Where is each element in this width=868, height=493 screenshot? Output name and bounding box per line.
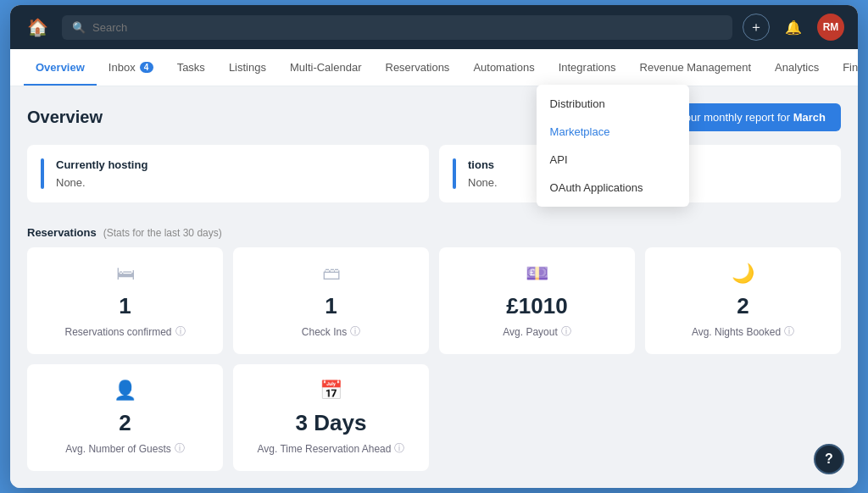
bed-icon: 🛏	[116, 263, 135, 285]
currently-hosting-value: None.	[56, 176, 415, 189]
page-title: Overview	[27, 108, 103, 127]
currently-hosting-section: Currently hosting None.	[56, 158, 415, 189]
info-icon-checkins[interactable]: ⓘ	[350, 324, 360, 339]
stat-card-reservations: 🛏 1 Reservations confirmed ⓘ	[27, 247, 223, 354]
hosting-row: Currently hosting None. tions None.	[27, 145, 841, 214]
stats-grid-2: 👤 2 Avg. Number of Guests ⓘ 📅 3 Days Avg…	[27, 364, 841, 471]
stat-card-guests: 👤 2 Avg. Number of Guests ⓘ	[27, 364, 223, 471]
info-icon-payout[interactable]: ⓘ	[561, 324, 571, 339]
info-icon-guests[interactable]: ⓘ	[175, 441, 185, 456]
stat-label-guests: Avg. Number of Guests ⓘ	[65, 441, 185, 456]
add-button[interactable]: ＋	[743, 14, 770, 41]
stat-card-checkins: 🗃 1 Check Ins ⓘ	[233, 247, 429, 354]
inbox-badge: 4	[140, 62, 153, 73]
stat-card-payout: 💷 £1010 Avg. Payout ⓘ	[439, 247, 635, 354]
card-accent-border-2	[453, 158, 456, 189]
stat-value-guests: 2	[119, 410, 131, 436]
reservations-section-title: Reservations	[27, 226, 97, 239]
stat-value-payout: £1010	[506, 293, 567, 319]
top-bar: 🏠 🔍 ＋ 🔔 RM	[10, 5, 858, 49]
stat-label-checkins: Check Ins ⓘ	[302, 324, 360, 339]
nav-item-tasks[interactable]: Tasks	[165, 49, 217, 86]
dropdown-item-api[interactable]: API	[537, 146, 689, 174]
stat-card-time-ahead: 📅 3 Days Avg. Time Reservation Ahead ⓘ	[233, 364, 429, 471]
nav-item-inbox[interactable]: Inbox 4	[97, 49, 165, 86]
page-header: Overview Get your monthly report for Mar…	[27, 103, 841, 131]
help-button[interactable]: ?	[814, 444, 844, 474]
checkin-icon: 🗃	[322, 263, 341, 285]
payout-icon: 💷	[526, 263, 548, 285]
search-bar[interactable]: 🔍	[62, 15, 732, 40]
top-bar-actions: ＋ 🔔 RM	[743, 14, 844, 41]
nav-item-reservations[interactable]: Reservations	[374, 49, 462, 86]
nav-item-automations[interactable]: Automations	[461, 49, 546, 86]
report-button-highlight: March	[793, 111, 826, 124]
currently-hosting-card: Currently hosting None.	[27, 145, 429, 202]
nav-item-multicalendar[interactable]: Multi-Calendar	[278, 49, 374, 86]
nav-item-analytics[interactable]: Analytics	[763, 49, 831, 86]
integrations-dropdown: Distribution Marketplace API OAuth Appli…	[537, 85, 689, 207]
nav-item-revenue[interactable]: Revenue Management	[628, 49, 764, 86]
avatar[interactable]: RM	[817, 14, 844, 41]
dropdown-item-distribution[interactable]: Distribution	[537, 90, 689, 118]
browser-window: 🏠 🔍 ＋ 🔔 RM Overview Inbox 4 Tasks Listin…	[10, 5, 858, 488]
nav-bar-inner: Overview Inbox 4 Tasks Listings Multi-Ca…	[24, 49, 858, 86]
reservations-section-header: Reservations (Stats for the last 30 days…	[27, 226, 841, 239]
nav-item-financials[interactable]: Financials	[831, 49, 858, 86]
nav-bar: Overview Inbox 4 Tasks Listings Multi-Ca…	[10, 49, 858, 86]
info-icon-reservations[interactable]: ⓘ	[175, 324, 186, 339]
stat-value-time-ahead: 3 Days	[296, 410, 367, 436]
stat-card-nights: 🌙 2 Avg. Nights Booked ⓘ	[645, 247, 841, 354]
currently-hosting-title: Currently hosting	[56, 158, 415, 171]
card-accent-border	[41, 158, 44, 189]
stat-label-time-ahead: Avg. Time Reservation Ahead ⓘ	[258, 441, 405, 456]
search-icon: 🔍	[72, 21, 86, 34]
nav-item-overview[interactable]: Overview	[24, 49, 97, 86]
nav-item-integrations[interactable]: Integrations	[547, 49, 628, 86]
stat-value-checkins: 1	[325, 293, 337, 319]
search-input[interactable]	[92, 21, 722, 34]
stat-value-nights: 2	[737, 293, 748, 319]
stat-label-reservations: Reservations confirmed ⓘ	[64, 324, 185, 339]
dropdown-item-oauth[interactable]: OAuth Applications	[537, 174, 689, 202]
dropdown-item-marketplace[interactable]: Marketplace	[537, 118, 689, 146]
info-icon-time-ahead[interactable]: ⓘ	[394, 441, 404, 456]
info-icon-nights[interactable]: ⓘ	[784, 324, 794, 339]
stat-value-reservations: 1	[119, 293, 131, 319]
stats-grid: 🛏 1 Reservations confirmed ⓘ 🗃 1 Check I…	[27, 247, 841, 354]
home-icon[interactable]: 🏠	[24, 14, 52, 41]
nights-icon: 🌙	[732, 263, 754, 285]
stat-label-nights: Avg. Nights Booked ⓘ	[692, 324, 794, 339]
nav-item-listings[interactable]: Listings	[217, 49, 278, 86]
guests-icon: 👤	[114, 379, 136, 402]
main-content: Overview Get your monthly report for Mar…	[10, 86, 858, 488]
calendar-icon: 📅	[320, 379, 342, 402]
notifications-button[interactable]: 🔔	[780, 14, 807, 41]
nav-item-integrations-wrapper: Integrations Distribution Marketplace AP…	[547, 49, 628, 86]
stat-label-payout: Avg. Payout ⓘ	[503, 324, 571, 339]
reservations-section-subtitle: (Stats for the last 30 days)	[103, 227, 222, 239]
